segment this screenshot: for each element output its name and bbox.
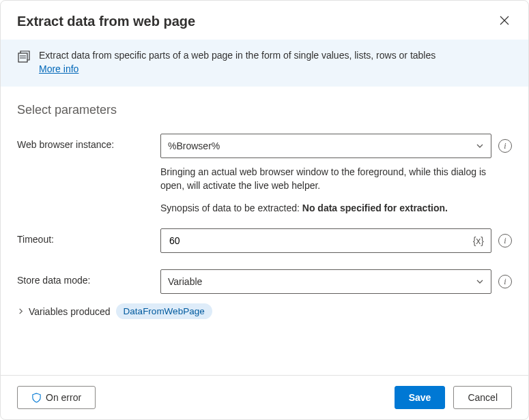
browser-help-2: Synopsis of data to be extracted: No dat… <box>160 201 489 215</box>
store-label: Store data mode: <box>17 269 160 286</box>
timeout-input-wrap[interactable]: {x} <box>160 228 491 253</box>
info-banner: Extract data from specific parts of a we… <box>1 40 528 87</box>
browser-row: Web browser instance: %Browser% i <box>17 134 512 158</box>
variable-chip[interactable]: DataFromWebPage <box>116 303 212 319</box>
chevron-down-icon <box>476 278 484 286</box>
dialog-title: Extract data from web page <box>17 14 195 29</box>
store-select-value: Variable <box>168 276 202 287</box>
dialog-footer: On error Save Cancel <box>1 375 528 419</box>
timeout-input[interactable] <box>168 235 473 247</box>
synopsis-prefix: Synopsis of data to be extracted: <box>160 202 302 213</box>
browser-help-1: Bringing an actual web browser window to… <box>160 165 489 193</box>
timeout-row: Timeout: {x} i <box>17 228 512 253</box>
store-select[interactable]: Variable <box>160 269 491 294</box>
dialog: Extract data from web page Extract data … <box>0 0 529 420</box>
browser-label: Web browser instance: <box>17 134 160 150</box>
timeout-info-icon[interactable]: i <box>498 234 512 247</box>
variables-expander[interactable]: Variables produced <box>17 306 111 317</box>
page-extract-icon <box>17 50 31 66</box>
footer-actions: Save Cancel <box>395 386 512 409</box>
browser-help-block: Bringing an actual web browser window to… <box>160 165 489 215</box>
browser-select[interactable]: %Browser% <box>160 134 491 158</box>
on-error-button[interactable]: On error <box>17 386 96 409</box>
banner-text: Extract data from specific parts of a we… <box>39 49 435 76</box>
variable-token-icon[interactable]: {x} <box>473 235 484 246</box>
cancel-label: Cancel <box>468 392 498 403</box>
variables-row: Variables produced DataFromWebPage <box>17 303 512 319</box>
dialog-content: Select parameters Web browser instance: … <box>1 87 528 375</box>
store-row: Store data mode: Variable i <box>17 269 512 294</box>
cancel-button[interactable]: Cancel <box>453 386 512 409</box>
shield-icon <box>31 393 42 403</box>
synopsis-status: No data specified for extraction. <box>302 202 448 213</box>
save-label: Save <box>409 392 431 403</box>
more-info-link[interactable]: More info <box>39 63 78 74</box>
close-button[interactable] <box>497 13 512 30</box>
on-error-label: On error <box>46 392 81 403</box>
browser-info-icon[interactable]: i <box>498 139 512 153</box>
chevron-down-icon <box>476 142 484 150</box>
store-info-icon[interactable]: i <box>498 275 512 288</box>
chevron-right-icon <box>17 308 25 315</box>
save-button[interactable]: Save <box>395 386 446 409</box>
section-title: Select parameters <box>17 103 512 117</box>
banner-description: Extract data from specific parts of a we… <box>39 50 435 61</box>
browser-select-value: %Browser% <box>168 140 220 151</box>
variables-label: Variables produced <box>29 306 111 317</box>
dialog-header: Extract data from web page <box>1 1 528 40</box>
timeout-label: Timeout: <box>17 228 160 245</box>
close-icon <box>500 16 509 25</box>
